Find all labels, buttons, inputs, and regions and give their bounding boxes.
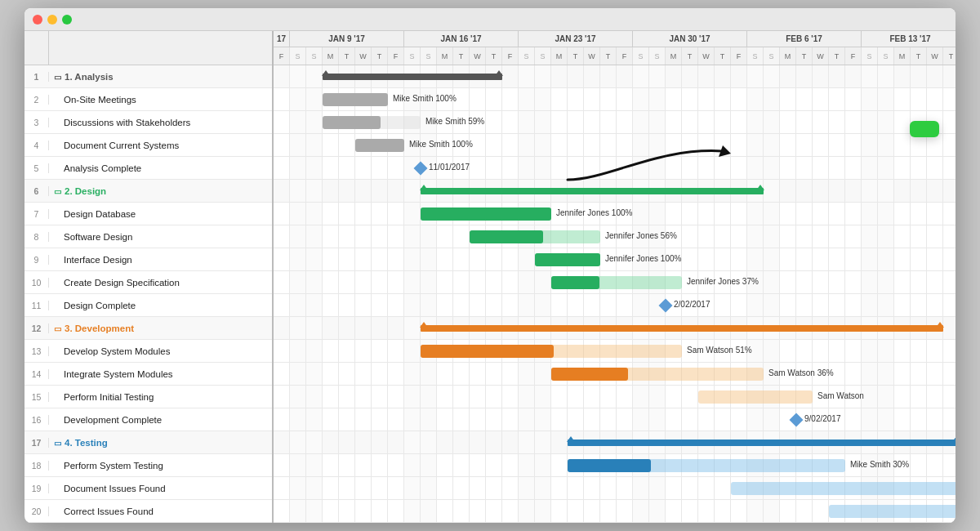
gantt-row-2: Mike Smith 100% [274,88,956,111]
row-name-10: Create Design Specification [49,278,272,288]
gantt-row-20 [274,500,956,523]
task-row-17: 17▭4. Testing [24,431,272,454]
row-name-12: ▭3. Development [49,324,272,333]
row-name-6: ▭2. Design [49,186,272,196]
task-row-1: 1▭1. Analysis [24,65,272,88]
day-cell-23: S [649,47,666,65]
row-name-9: Interface Design [49,255,272,265]
col-all-label [24,31,49,65]
row-num-3: 3 [24,118,49,127]
task-row-20: 20Correct Issues Found [24,500,272,523]
bar-label: Jennifer Jones 100% [605,254,681,263]
day-cell-35: F [845,47,862,65]
gantt-bar: Sam Watson 36% [551,368,764,381]
gantt-bar: Jennifer Jones 37% [551,276,682,289]
gantt-bar: Sam Watson [698,390,813,404]
month-label: 17 [274,31,290,47]
bar-label: Sam Watson 36% [768,368,834,377]
task-row-2: 2On-Site Meetings [24,88,272,111]
day-cell-16: S [535,47,551,65]
task-row-19: 19Document Issues Found [24,477,272,500]
gantt-row-15: Sam Watson [274,386,956,408]
day-cell-37: S [878,47,894,65]
row-name-2: On-Site Meetings [49,95,272,105]
bar-label: Jennifer Jones 100% [556,208,632,217]
gantt-header: 17JAN 9 '17JAN 16 '17JAN 23 '17JAN 30 '1… [274,31,956,65]
group-bar [568,440,956,446]
gantt-bar: Sam Watson 51% [421,345,682,358]
day-cell-10: M [437,47,453,65]
day-cell-31: M [780,47,796,65]
day-cell-12: W [470,47,486,65]
cta-arrow [559,131,739,196]
row-num-4: 4 [24,141,49,150]
row-name-11: Design Complete [49,301,272,310]
milestone-label: 11/01/2017 [429,163,470,172]
milestone-label: 2/02/2017 [674,300,710,309]
task-list-panel: 1▭1. Analysis2On-Site Meetings3Discussio… [24,31,274,523]
gantt-days: FSSMTWTFSSMTWTFSSMTWTFSSMTWTFSSMTWTFSSMT… [274,47,956,65]
row-name-18: Perform System Testing [49,461,272,471]
gantt-chart-panel: 17JAN 9 '17JAN 16 '17JAN 23 '17JAN 30 '1… [274,31,956,523]
task-row-9: 9Interface Design [24,248,272,271]
day-cell-20: T [600,47,617,65]
day-cell-28: F [731,47,747,65]
day-cell-34: T [829,47,845,65]
row-num-11: 11 [24,301,49,310]
gantt-row-11 [274,294,956,317]
row-num-17: 17 [24,438,49,448]
day-cell-38: M [894,47,911,65]
gantt-row-7: Jennifer Jones 100% [274,203,956,225]
day-cell-29: S [747,47,764,65]
task-row-18: 18Perform System Testing [24,454,272,477]
task-row-15: 15Perform Initial Testing [24,386,272,408]
row-name-8: Software Design [49,232,272,242]
month-label: FEB 13 '17 [862,31,956,47]
day-cell-8: S [404,47,421,65]
day-cell-18: T [568,47,584,65]
row-name-3: Discussions with Stakeholders [49,118,272,127]
cta-banner[interactable] [910,121,939,137]
gantt-bar: Jennifer Jones 100% [421,207,551,221]
day-cell-6: T [372,47,388,65]
row-name-5: Analysis Complete [49,163,272,173]
day-cell-3: M [323,47,339,65]
maximize-button[interactable] [62,15,72,25]
row-name-4: Document Current Systems [49,141,272,150]
row-num-18: 18 [24,461,49,471]
task-row-3: 3Discussions with Stakeholders [24,111,272,134]
bar-label: Sam Watson [817,391,864,400]
task-rows: 1▭1. Analysis2On-Site Meetings3Discussio… [24,65,272,523]
row-num-1: 1 [24,72,49,82]
row-name-20: Correct Issues Found [49,506,272,516]
day-cell-11: T [453,47,470,65]
bar-label: Jennifer Jones 56% [605,231,677,240]
row-num-6: 6 [24,186,49,196]
minimize-button[interactable] [47,15,57,25]
row-num-20: 20 [24,506,49,516]
gantt-row-13: Sam Watson 51% [274,340,956,363]
day-cell-15: S [519,47,535,65]
close-button[interactable] [33,15,42,25]
task-row-5: 5Analysis Complete [24,157,272,180]
gantt-bar: Mike Smith 59% [323,116,421,129]
task-row-8: 8Software Design [24,225,272,248]
day-cell-22: S [633,47,649,65]
day-cell-24: M [666,47,682,65]
bar-label: Sam Watson 51% [687,346,752,355]
row-name-13: Develop System Modules [49,346,272,356]
gantt-row-1 [274,65,956,88]
day-cell-7: F [388,47,404,65]
month-label: FEB 6 '17 [747,31,862,47]
task-row-7: 7Design Database [24,203,272,225]
month-label: JAN 30 '17 [633,31,747,47]
row-num-2: 2 [24,95,49,105]
gantt-body: Mike Smith 100%Mike Smith 59%Mike Smith … [274,65,956,523]
day-cell-13: T [486,47,502,65]
gantt-row-14: Sam Watson 36% [274,363,956,386]
col-task-name-label [49,31,272,65]
row-num-19: 19 [24,484,49,493]
row-num-14: 14 [24,369,49,379]
row-num-7: 7 [24,209,49,219]
gantt-row-17 [274,431,956,454]
